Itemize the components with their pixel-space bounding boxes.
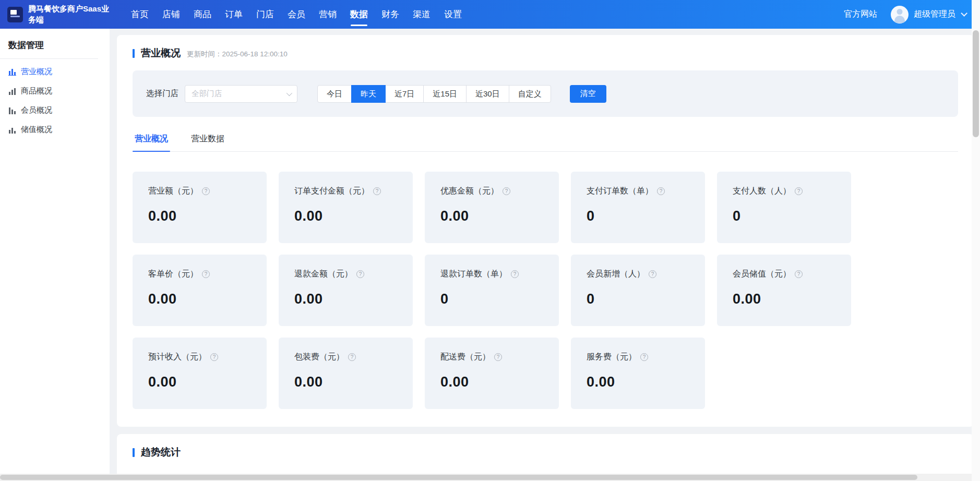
- help-icon[interactable]: ?: [795, 270, 803, 278]
- app-title: 腾马餐饮多商户Saas业务端: [28, 4, 117, 25]
- main-nav: 首页 店铺 商品 订单 门店 会员 营销 数据 财务 渠道 设置: [124, 0, 469, 29]
- help-icon[interactable]: ?: [511, 270, 519, 278]
- stat-value: 0.00: [148, 374, 251, 390]
- stat-value: 0.00: [294, 291, 397, 307]
- sidebar-item-business-overview[interactable]: 营业概况: [0, 62, 110, 81]
- clear-button[interactable]: 清空: [570, 85, 606, 103]
- nav-item-shop[interactable]: 店铺: [156, 0, 187, 29]
- stat-value: 0.00: [294, 374, 397, 390]
- stat-card-revenue: 营业额（元）? 0.00: [133, 172, 267, 243]
- user-name: 超级管理员: [914, 9, 955, 20]
- stat-card-refund-orders: 退款订单数（单）? 0: [425, 255, 559, 326]
- section-accent-bar: [133, 448, 135, 457]
- stat-value: 0.00: [294, 208, 397, 224]
- section-header: 营业概况 更新时间：2025-06-18 12:00:10: [133, 46, 958, 60]
- page-title: 营业概况: [141, 46, 181, 60]
- nav-item-finance[interactable]: 财务: [375, 0, 406, 29]
- sidebar-item-member-overview[interactable]: 会员概况: [0, 101, 110, 120]
- sidebar-item-label: 商品概况: [21, 86, 52, 96]
- stat-card-discount-amount: 优惠金额（元）? 0.00: [425, 172, 559, 243]
- sidebar: 数据管理 营业概况 商品概况 会员概况 储值概况: [0, 29, 110, 481]
- business-overview-panel: 营业概况 更新时间：2025-06-18 12:00:10 选择门店 全部门店 …: [117, 35, 974, 427]
- tab-business-data[interactable]: 营业数据: [189, 134, 226, 151]
- scrollbar-corner: [972, 474, 980, 481]
- filter-bar: 选择门店 全部门店 今日 昨天 近7日 近15日 近30日 自定义 清空: [133, 70, 958, 117]
- bar-chart-icon: [8, 88, 16, 95]
- stats-grid: 营业额（元）? 0.00 订单支付金额（元）? 0.00 优惠金额（元）? 0.…: [133, 172, 958, 409]
- trend-title: 趋势统计: [141, 446, 181, 459]
- vertical-scrollbar[interactable]: [972, 0, 980, 474]
- top-navbar: 腾马餐饮多商户Saas业务端 首页 店铺 商品 订单 门店 会员 营销 数据 财…: [0, 0, 980, 29]
- help-icon[interactable]: ?: [356, 270, 364, 278]
- store-select[interactable]: 全部门店: [185, 85, 297, 103]
- nav-item-channels[interactable]: 渠道: [406, 0, 437, 29]
- stat-value: 0.00: [733, 291, 835, 307]
- horizontal-scrollbar-thumb[interactable]: [0, 475, 917, 480]
- stat-value: 0: [587, 291, 689, 307]
- help-icon[interactable]: ?: [494, 353, 502, 361]
- help-icon[interactable]: ?: [795, 187, 803, 195]
- main-content: 营业概况 更新时间：2025-06-18 12:00:10 选择门店 全部门店 …: [110, 29, 980, 481]
- sidebar-divider: [0, 58, 98, 59]
- sidebar-item-label: 储值概况: [21, 125, 52, 135]
- user-menu[interactable]: 超级管理员: [891, 6, 965, 23]
- bar-chart-icon: [8, 68, 16, 76]
- sidebar-item-label: 营业概况: [21, 67, 52, 77]
- sidebar-item-goods-overview[interactable]: 商品概况: [0, 81, 110, 101]
- stat-card-paid-orders: 支付订单数（单）? 0: [571, 172, 705, 243]
- nav-item-stores[interactable]: 门店: [249, 0, 281, 29]
- help-icon[interactable]: ?: [657, 187, 665, 195]
- vertical-scrollbar-thumb[interactable]: [973, 30, 979, 137]
- stat-card-member-stored-value: 会员储值（元）? 0.00: [717, 255, 851, 326]
- date-range-custom[interactable]: 自定义: [509, 85, 551, 103]
- help-icon[interactable]: ?: [640, 353, 648, 361]
- help-icon[interactable]: ?: [202, 187, 210, 195]
- nav-item-data[interactable]: 数据: [343, 0, 375, 29]
- stat-value: 0: [733, 208, 835, 224]
- nav-item-orders[interactable]: 订单: [218, 0, 249, 29]
- stat-card-order-paid-amount: 订单支付金额（元）? 0.00: [279, 172, 413, 243]
- user-avatar-icon: [891, 6, 909, 23]
- sidebar-item-stored-value-overview[interactable]: 储值概况: [0, 120, 110, 139]
- chevron-down-icon: [286, 90, 292, 95]
- stat-card-service-fee: 服务费（元）? 0.00: [571, 338, 705, 409]
- official-site-link[interactable]: 官方网站: [844, 9, 877, 20]
- update-time: 更新时间：2025-06-18 12:00:10: [187, 50, 288, 59]
- stat-value: 0.00: [440, 208, 543, 224]
- date-range-30days[interactable]: 近30日: [466, 85, 509, 103]
- nav-item-home[interactable]: 首页: [124, 0, 156, 29]
- date-range-today[interactable]: 今日: [317, 85, 352, 103]
- brand: 腾马餐饮多商户Saas业务端: [7, 4, 121, 25]
- nav-item-settings[interactable]: 设置: [437, 0, 469, 29]
- bar-chart-icon: [8, 126, 16, 134]
- date-range-yesterday[interactable]: 昨天: [351, 85, 386, 103]
- stat-card-paying-users: 支付人数（人）? 0: [717, 172, 851, 243]
- help-icon[interactable]: ?: [373, 187, 381, 195]
- nav-item-members[interactable]: 会员: [281, 0, 312, 29]
- bar-chart-icon: [8, 107, 16, 114]
- sidebar-item-label: 会员概况: [21, 105, 52, 115]
- stat-card-packaging-fee: 包装费（元）? 0.00: [279, 338, 413, 409]
- date-range-7days[interactable]: 近7日: [385, 85, 424, 103]
- chevron-down-icon: [961, 10, 967, 17]
- nav-item-marketing[interactable]: 营销: [312, 0, 343, 29]
- date-range-group: 今日 昨天 近7日 近15日 近30日 自定义: [317, 85, 551, 103]
- help-icon[interactable]: ?: [210, 353, 218, 361]
- sidebar-title: 数据管理: [0, 31, 110, 58]
- tab-business-overview[interactable]: 营业概况: [133, 134, 170, 151]
- date-range-15days[interactable]: 近15日: [423, 85, 467, 103]
- help-icon[interactable]: ?: [503, 187, 510, 195]
- section-header: 趋势统计: [133, 446, 958, 459]
- stat-value: 0: [440, 291, 543, 307]
- section-accent-bar: [133, 49, 135, 58]
- app-logo-icon: [7, 7, 23, 22]
- overview-tabs: 营业概况 营业数据: [133, 134, 958, 152]
- stat-card-avg-order-value: 客单价（元）? 0.00: [133, 255, 267, 326]
- horizontal-scrollbar[interactable]: [0, 474, 972, 481]
- nav-item-goods[interactable]: 商品: [187, 0, 218, 29]
- store-select-placeholder: 全部门店: [192, 89, 222, 99]
- help-icon[interactable]: ?: [348, 353, 356, 361]
- navbar-right: 官方网站 超级管理员: [844, 6, 965, 23]
- help-icon[interactable]: ?: [202, 270, 210, 278]
- help-icon[interactable]: ?: [649, 270, 656, 278]
